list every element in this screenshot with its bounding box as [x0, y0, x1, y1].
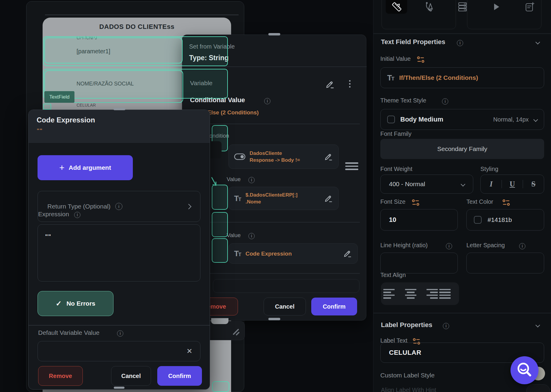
modal-header: Code Expression "" [29, 110, 210, 143]
edit-conditional-icon[interactable] [325, 80, 335, 90]
align-label-hint-toggle[interactable] [526, 384, 550, 392]
expression-textarea[interactable]: "" [38, 224, 200, 281]
line-height-label: Line Height (ratio) [380, 242, 428, 249]
underline-button[interactable]: U [502, 180, 523, 188]
edit-condition-icon[interactable] [324, 152, 333, 161]
align-right-button[interactable] [421, 285, 438, 302]
value1-info-icon[interactable] [248, 177, 255, 183]
theme-text-style-detail: Normal, 14px [493, 116, 529, 123]
popover-divider-1 [182, 66, 367, 67]
return-type-label: Return Type (Optional) [47, 203, 110, 210]
modal-drag-handle[interactable] [113, 108, 125, 110]
add-argument-button[interactable]: + Add argument [38, 155, 133, 180]
form-title: DADOS DO CLIENTEss [43, 23, 231, 31]
value-chip-then-line2: .Nome [245, 198, 320, 205]
clear-input-icon[interactable]: ✕ [186, 347, 192, 355]
selection-fragment-4 [212, 212, 228, 237]
text-color-input[interactable]: #14181b [466, 209, 544, 231]
line-height-input[interactable] [380, 253, 458, 273]
value2-info-icon[interactable] [248, 233, 255, 239]
add-argument-label: Add argument [69, 164, 111, 171]
modal-title: Code Expression [37, 116, 95, 124]
value-chip-else[interactable]: TT Code Expression [228, 243, 358, 264]
modal-remove-button[interactable]: Remove [38, 366, 83, 386]
theme-text-style-name: Body Medium [400, 116, 443, 123]
code-expression-modal: Code Expression "" + Add argument Return… [28, 110, 210, 390]
popover-bottom-handle[interactable] [268, 318, 280, 320]
initial-value-variable-icon[interactable] [417, 56, 425, 64]
more-options-icon[interactable] [349, 80, 351, 82]
expression-info-icon[interactable] [74, 212, 80, 218]
modal-confirm-button[interactable]: Confirm [157, 366, 202, 386]
chevron-right-icon [186, 204, 191, 209]
styling-label: Styling [480, 166, 498, 172]
text-color-label: Text Color [466, 198, 493, 205]
search-smile-icon [515, 360, 534, 380]
reorder-condition-handle[interactable] [345, 162, 358, 172]
label-properties-info-icon[interactable] [443, 323, 449, 329]
align-left-button[interactable] [383, 285, 401, 302]
edit-value-then-icon[interactable] [324, 194, 333, 203]
label-properties-chevron-icon[interactable] [536, 323, 540, 328]
modal-bottom-handle[interactable] [114, 387, 124, 389]
custom-label-style-label: Custom Label Style [380, 372, 435, 379]
text-color-variable-icon[interactable] [502, 199, 510, 207]
theme-text-style-field[interactable]: Body Medium Normal, 14px [380, 109, 544, 130]
resize-handle-icon[interactable] [229, 325, 242, 340]
italic-button[interactable]: I [481, 180, 502, 188]
text-field-properties-info-icon[interactable] [457, 40, 463, 46]
default-value-input[interactable]: ✕ [38, 341, 200, 361]
condition-chip[interactable]: DadosCliente Response -> Body != [228, 144, 339, 169]
font-family-label: Font Family [380, 130, 411, 137]
text-type-icon: TT [234, 194, 241, 203]
initial-value-field[interactable]: TT If/Then/Else (2 Conditions) [380, 67, 544, 88]
theme-text-style-checkbox[interactable] [387, 116, 395, 123]
value-chip-else-text: Code Expression [245, 250, 339, 257]
backend-database-icon[interactable] [457, 1, 468, 14]
font-weight-label: Font Weight [380, 166, 412, 172]
font-size-variable-icon[interactable] [412, 199, 420, 207]
popover-divider-3 [209, 222, 360, 223]
letter-spacing-info-icon[interactable] [519, 243, 525, 249]
popover-cancel-button[interactable]: Cancel [264, 298, 306, 315]
font-weight-select[interactable]: 400 - Normal [380, 175, 473, 194]
font-family-button[interactable]: Secondary Family [380, 139, 544, 159]
text-color-checkbox[interactable] [474, 216, 482, 224]
text-align-label: Text Align [380, 272, 406, 279]
app-root: DADOS DO CLIENTEss CPF/CNPJ [parameter1]… [0, 0, 551, 392]
font-size-input[interactable]: 10 [380, 209, 458, 231]
field-celular-label: CELULAR [77, 103, 96, 108]
default-value-info-icon[interactable] [117, 330, 123, 337]
line-height-info-icon[interactable] [446, 243, 452, 249]
align-center-button[interactable] [402, 285, 419, 302]
value-chip-then[interactable]: TT $.DadosClienteERP[:] .Nome [228, 187, 339, 210]
collapsed-panel-right[interactable] [467, 0, 541, 29]
align-justify-button[interactable] [439, 285, 457, 302]
no-errors-badge: ✓ No Errors [38, 291, 113, 316]
popover-drag-handle[interactable] [268, 33, 280, 35]
popover-confirm-button[interactable]: Confirm [311, 298, 357, 315]
font-size-label: Font Size [380, 198, 405, 205]
letter-spacing-input[interactable] [466, 253, 544, 273]
initial-value-type-icon: TT [387, 73, 394, 83]
selection-input-cpf[interactable] [44, 38, 183, 63]
label-text-value: CELULAR [389, 349, 421, 357]
sidebar-divider-top [373, 33, 551, 34]
collapsed-panel-left[interactable] [382, 0, 456, 29]
text-align-group [381, 282, 459, 305]
conditional-value-info-icon[interactable] [264, 98, 270, 104]
popover-divider-4 [209, 273, 360, 274]
theme-text-style-info-icon[interactable] [442, 98, 448, 105]
edit-value-else-icon[interactable] [343, 249, 352, 258]
collapsed-section[interactable] [213, 279, 359, 293]
default-value-label: Default Variable Value [38, 329, 99, 336]
widget-type-badge[interactable]: TextField [44, 91, 74, 103]
value-chip-then-line1: $.DadosClienteERP[:] [245, 192, 320, 198]
return-type-info-icon[interactable] [115, 203, 122, 210]
modal-cancel-button[interactable]: Cancel [111, 366, 151, 386]
strikethrough-button[interactable]: S [523, 180, 544, 188]
help-fab[interactable] [510, 356, 538, 384]
text-field-properties-chevron-icon[interactable] [536, 40, 540, 45]
no-errors-label: No Errors [66, 300, 95, 307]
condition-chip-line2: Response -> Body != [250, 157, 320, 164]
